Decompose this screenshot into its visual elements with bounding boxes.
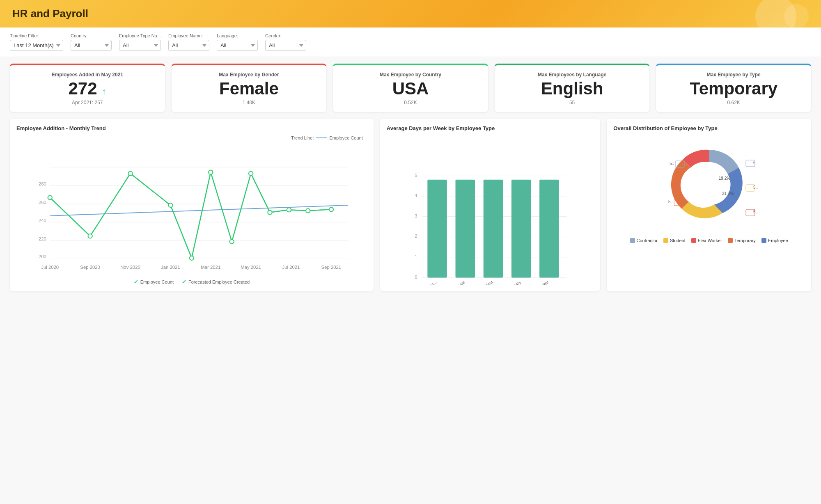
kpi-max-country-value: USA [341, 79, 480, 98]
data-point-4 [168, 203, 172, 207]
data-point-7 [230, 240, 234, 244]
bar-contractor [427, 180, 447, 278]
svg-text:Sep 2021: Sep 2021 [321, 265, 342, 270]
donut-chart-svg: 19.2% 19.8% 21.2% 5.. 5.. 5.. 5.. 6 [651, 135, 766, 234]
data-point-12 [329, 207, 333, 211]
legend-employee-label: Employee Count [140, 279, 174, 284]
legend-check-employee: ✔ [134, 279, 138, 285]
bar-label-student: Student [479, 280, 494, 285]
svg-text:4: 4 [415, 193, 417, 198]
svg-text:Jul 2020: Jul 2020 [41, 265, 59, 270]
kpi-max-language-label: Max Employees by Language [503, 72, 642, 78]
kpi-max-gender: Max Employee by Gender Female 1.40K [172, 64, 327, 112]
legend-student: Student [663, 238, 686, 243]
legend-dot-temporary [728, 238, 733, 243]
data-point-10 [287, 208, 291, 212]
charts-row: Employee Addition - Monthly Trend Trend … [0, 119, 821, 298]
pct-contractor: 19.2% [719, 176, 730, 181]
country-select[interactable]: All USA UK [71, 40, 112, 51]
kpi-row: Employees Added in May 2021 272 ↑ Apr 20… [0, 57, 821, 119]
filter-timeline: Timeline Filter: Last 12 Month(s) Last 6… [10, 33, 63, 51]
kpi-employees-added-label: Employees Added in May 2021 [18, 72, 157, 78]
svg-text:1: 1 [415, 254, 417, 259]
timeline-label: Timeline Filter: [10, 33, 63, 38]
svg-text:3: 3 [415, 214, 417, 218]
country-label: Country: [71, 33, 112, 38]
kpi-arrow-up: ↑ [102, 86, 106, 96]
donut-legend: Contractor Student Flex Worker Temporary… [630, 238, 788, 243]
svg-text:Jan 2021: Jan 2021 [161, 265, 180, 270]
bar-chart-panel: Average Days per Week by Employee Type 0… [380, 119, 601, 291]
svg-text:Sep 2020: Sep 2020 [80, 265, 100, 270]
language-select[interactable]: All English Spanish [217, 40, 258, 51]
legend-contractor: Contractor [630, 238, 658, 243]
language-label: Language: [217, 33, 258, 38]
svg-text:0: 0 [415, 275, 417, 279]
timeline-select[interactable]: Last 12 Month(s) Last 6 Month(s) Last 3 … [10, 40, 63, 51]
legend-label-employee: Employee [768, 238, 788, 243]
y-label-240: 240 [39, 218, 46, 223]
legend-temporary: Temporary [728, 238, 756, 243]
legend-dot-flexworker [691, 238, 696, 243]
kpi-max-type-label: Max Employee by Type [664, 72, 803, 78]
donut-chart-panel: Overall Distribution of Employee by Type [607, 119, 811, 291]
data-point-9 [268, 211, 272, 215]
kpi-max-gender-value: Female [180, 79, 319, 98]
bar-label-employee: Employee [447, 280, 466, 285]
kpi-max-gender-label: Max Employee by Gender [180, 72, 319, 78]
bar-label-contractor: Contrac... [420, 280, 438, 285]
employee-type-label: Employee Type Na... [119, 33, 161, 38]
data-point-1 [48, 195, 52, 199]
line-chart-title: Employee Addition - Monthly Trend [16, 125, 367, 131]
line-chart-svg: 200 220 240 260 280 Jul 2020 Sep 2020 No… [16, 135, 367, 275]
y-label-280: 280 [39, 181, 46, 186]
legend-label-flex: Flex Worker [698, 238, 722, 243]
legend-label-temporary: Temporary [734, 238, 756, 243]
filter-gender: Gender: All Male Female [265, 33, 306, 51]
kpi-max-type-sub: 0.62K [664, 100, 803, 105]
kpi-max-language: Max Employees by Language English 55 [495, 64, 650, 112]
svg-text:Jul 2021: Jul 2021 [282, 265, 300, 270]
trend-line-indicator [316, 137, 327, 138]
gender-select[interactable]: All Male Female [265, 40, 306, 51]
filter-employee-type: Employee Type Na... All Employee Contrac… [119, 33, 161, 51]
bar-chart-title: Average Days per Week by Employee Type [387, 125, 594, 131]
header: HR and Payroll [0, 0, 821, 27]
svg-text:Nov 2020: Nov 2020 [120, 265, 140, 270]
kpi-max-type-value: Temporary [664, 79, 803, 98]
employee-name-label: Employee Name: [168, 33, 209, 38]
legend-employee-count: ✔ Employee Count [134, 279, 174, 285]
kpi-employees-added-sub: Apr 2021: 257 [18, 100, 157, 105]
legend-label-contractor: Contractor [637, 238, 658, 243]
pct-flex: 21.2% [722, 191, 734, 196]
svg-text:Mar 2021: Mar 2021 [201, 265, 220, 270]
bar-student [484, 180, 503, 278]
trend-series-label: Employee Count [329, 135, 362, 140]
svg-text:5: 5 [415, 173, 417, 178]
legend-dot-student [663, 238, 668, 243]
kpi-max-gender-sub: 1.40K [180, 100, 319, 105]
legend-dot-contractor [630, 238, 635, 243]
pct-temporary: 19.8% [691, 192, 702, 197]
kpi-max-country-label: Max Employee by Country [341, 72, 480, 78]
data-point-6 [209, 170, 213, 174]
employee-type-select[interactable]: All Employee Contractor [119, 40, 161, 51]
trend-legend: Trend Line: Employee Count [291, 135, 363, 140]
legend-check-forecast: ✔ [182, 279, 186, 285]
employee-count-line [50, 172, 331, 258]
trend-legend-label: Trend Line: [291, 135, 314, 140]
outer-label-contractor: 5.. [670, 161, 674, 166]
bar-temporary [511, 180, 531, 278]
bar-label-temporary: Temporary [502, 279, 522, 285]
kpi-employees-added-value: 272 ↑ [18, 79, 157, 98]
y-label-200: 200 [39, 254, 46, 259]
gender-label: Gender: [265, 33, 306, 38]
bar-label-flexworker: Flex Worker [528, 279, 550, 285]
y-label-220: 220 [39, 236, 46, 241]
data-point-3 [128, 172, 132, 176]
legend-flexworker: Flex Worker [691, 238, 722, 243]
employee-name-select[interactable]: All [168, 40, 209, 51]
kpi-max-language-sub: 55 [503, 100, 642, 105]
donut-chart-title: Overall Distribution of Employee by Type [613, 125, 805, 131]
data-point-5 [190, 256, 194, 260]
